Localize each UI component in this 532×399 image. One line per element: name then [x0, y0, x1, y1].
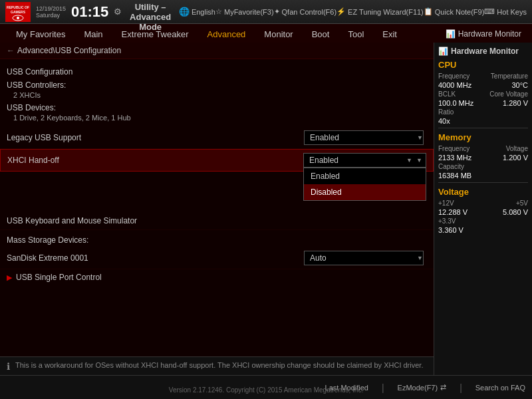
toolbar-eztuning[interactable]: ⚡ EZ Tuning Wizard(F11) — [336, 7, 424, 16]
hw-monitor-title-text: Hardware Monitor — [451, 47, 519, 56]
volt-12-value-row: 12.288 V 5.080 V — [438, 208, 528, 216]
usb-config-title: USB Configuration — [7, 67, 427, 76]
usb-keyboard-label: USB Keyboard and Mouse Simulator — [7, 216, 427, 225]
cpu-ratio-value: 40x — [438, 117, 450, 125]
nav-boot[interactable]: Boot — [303, 24, 339, 44]
usb-controllers-title: USB Controllers: — [7, 80, 427, 90]
sandisk-dropdown-wrapper[interactable]: Auto — [304, 251, 427, 265]
rog-logo-icon: REPUBLIC OF GAMERS — [5, 2, 31, 22]
cpu-ratio-value-row: 40x — [438, 117, 528, 125]
xhci-dropdown-value: Enabled — [309, 156, 338, 165]
xhci-option-enabled[interactable]: Enabled — [304, 168, 426, 184]
sandisk-row[interactable]: SanDisk Extreme 0001 Auto — [0, 247, 434, 269]
fan-icon: ✦ — [274, 7, 280, 16]
hw-monitor-tab[interactable]: 📊 Hardware Monitor — [442, 29, 525, 39]
xhci-handoff-label: XHCI Hand-off — [7, 156, 303, 165]
xhci-option-disabled[interactable]: Disabled — [304, 184, 426, 200]
legacy-usb-row[interactable]: Legacy USB Support Enabled Disabled — [0, 127, 434, 149]
breadcrumb-text: Advanced\USB Configuration — [17, 46, 121, 55]
monitor-icon: 📊 — [446, 29, 456, 39]
mem-cap-label: Capacity — [438, 163, 464, 170]
xhci-handoff-row[interactable]: XHCI Hand-off Enabled ▼ Enabled Disabled — [0, 149, 434, 172]
main-content: ← Advanced\USB Configuration USB Configu… — [0, 43, 434, 375]
keyboard-icon: ⌨ — [484, 7, 495, 16]
svg-text:GAMERS: GAMERS — [11, 10, 26, 14]
date-text: 12/19/2015 — [36, 5, 66, 12]
volt-12-row: +12V +5V — [438, 200, 528, 207]
info-icon: ℹ — [7, 361, 10, 372]
xhci-dropdown-display[interactable]: Enabled ▼ — [303, 153, 426, 168]
wand-icon: ⚡ — [336, 7, 346, 16]
cpu-freq-value: 4000 MHz — [438, 81, 471, 89]
cpu-freq-row: Frequency Temperature — [438, 72, 528, 80]
cpu-freq-label: Frequency — [438, 72, 469, 80]
volt-33-value: 3.360 V — [438, 226, 464, 234]
nav-monitor[interactable]: Monitor — [255, 24, 302, 44]
volt-5-label: +5V — [516, 200, 528, 207]
legacy-usb-value: Enabled Disabled — [304, 130, 427, 145]
usb-keyboard-row[interactable]: USB Keyboard and Mouse Simulator — [0, 211, 434, 230]
legacy-usb-label: Legacy USB Support — [7, 133, 304, 142]
svg-point-4 — [17, 17, 19, 19]
toolbar-quicknote[interactable]: 📋 Quick Note(F9) — [424, 7, 485, 16]
hw-divider-1 — [438, 128, 528, 128]
hotkeys-label: Hot Keys — [497, 8, 527, 16]
cpu-ratio-label: Ratio — [438, 108, 454, 116]
cpu-bclk-label: BCLK — [438, 90, 456, 98]
nav-tool[interactable]: Tool — [338, 24, 373, 44]
hw-divider-2 — [438, 182, 528, 183]
mem-volt-value: 1.200 V — [503, 154, 528, 162]
mem-freq-value: 2133 MHz — [438, 154, 471, 162]
nav-advanced[interactable]: Advanced — [198, 25, 255, 45]
qfan-label: Qfan Control(F6) — [282, 8, 337, 16]
nav-exit[interactable]: Exit — [373, 24, 406, 44]
volt-33-row: +3.3V — [438, 217, 528, 225]
sandisk-dropdown[interactable]: Auto — [304, 251, 424, 265]
svg-text:REPUBLIC OF: REPUBLIC OF — [7, 5, 29, 9]
usb-controllers-value: 2 XHCIs — [13, 91, 427, 99]
cpu-section-title: CPU — [438, 60, 528, 70]
nav-main[interactable]: Main — [74, 24, 112, 44]
breadcrumb-arrow-icon: ← — [7, 46, 15, 55]
xhci-handoff-value-area: Enabled ▼ Enabled Disabled — [303, 153, 426, 168]
hw-monitor-title: 📊 Hardware Monitor — [438, 47, 528, 56]
volt-33-label: +3.3V — [438, 217, 456, 225]
xhci-dropdown-arrow-icon: ▼ — [406, 157, 412, 164]
mem-cap-value-row: 16384 MB — [438, 172, 528, 180]
cpu-bclk-value-row: 100.0 MHz 1.280 V — [438, 99, 528, 107]
note-icon: 📋 — [424, 7, 433, 16]
language-label: English — [192, 8, 215, 16]
quicknote-label: Quick Note(F9) — [435, 8, 485, 16]
cpu-bclk-value: 100.0 MHz — [438, 99, 473, 107]
cpu-temp-value: 30°C — [511, 81, 528, 89]
mem-freq-row: Frequency Voltage — [438, 145, 528, 152]
nav-extreme-tweaker[interactable]: Extreme Tweaker — [112, 24, 198, 44]
mass-storage-section: Mass Storage Devices: — [0, 230, 434, 247]
day-text: Saturday — [36, 12, 66, 19]
breadcrumb: ← Advanced\USB Configuration — [0, 43, 434, 59]
mem-cap-value: 16384 MB — [438, 172, 471, 180]
toolbar-myfavorite[interactable]: ☆ MyFavorite(F3) — [215, 7, 274, 16]
legacy-usb-dropdown-wrapper[interactable]: Enabled Disabled — [304, 130, 427, 145]
xhci-handoff-dropdown-wrapper[interactable]: Enabled ▼ Enabled Disabled — [303, 153, 426, 168]
memory-section-title: Memory — [438, 132, 528, 142]
cpu-corevolt-value: 1.280 V — [503, 99, 528, 107]
cpu-temp-label: Temperature — [491, 72, 528, 80]
toolbar-qfan[interactable]: ✦ Qfan Control(F6) — [274, 7, 337, 16]
legacy-usb-dropdown[interactable]: Enabled Disabled — [304, 130, 424, 145]
toolbar-hotkeys[interactable]: ⌨ Hot Keys — [484, 7, 527, 16]
xhci-dropdown-open: Enabled Disabled — [303, 168, 426, 201]
info-bar: ℹ This is a workaround for OSes without … — [0, 356, 434, 375]
info-text: This is a workaround for OSes without XH… — [15, 360, 423, 370]
time-display: 01:15 — [71, 5, 108, 19]
datetime-area: 12/19/2015 Saturday — [36, 5, 66, 19]
toolbar-language[interactable]: 🌐 English — [179, 7, 215, 17]
cpu-ratio-row: Ratio — [438, 108, 528, 116]
volt-12-label: +12V — [438, 200, 454, 207]
usb-config-section: USB Configuration USB Controllers: 2 XHC… — [0, 59, 434, 127]
nav-my-favorites[interactable]: My Favorites — [7, 24, 74, 44]
mem-freq-label: Frequency — [438, 145, 469, 152]
usb-single-port-label: USB Single Port Control — [16, 273, 102, 282]
usb-single-port-row[interactable]: ▶ USB Single Port Control — [0, 269, 434, 285]
gear-icon[interactable]: ⚙ — [114, 7, 122, 17]
